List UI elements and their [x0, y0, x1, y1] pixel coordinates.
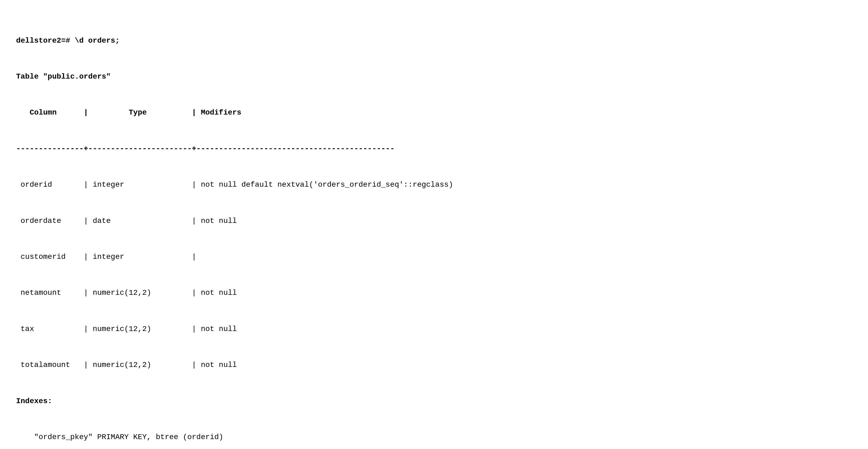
index-orders-pkey: "orders_pkey" PRIMARY KEY, btree (orderi… — [16, 431, 852, 443]
separator-line: ---------------+-----------------------+… — [16, 143, 852, 155]
row-netamount: netamount | numeric(12,2) | not null — [16, 287, 852, 299]
indexes-header: Indexes: — [16, 395, 852, 408]
row-tax: tax | numeric(12,2) | not null — [16, 323, 852, 335]
row-orderdate: orderdate | date | not null — [16, 215, 852, 227]
terminal-output: dellstore2=# \d orders; Table "public.or… — [16, 11, 852, 449]
table-header: Table "public.orders" — [16, 71, 852, 83]
row-orderid: orderid | integer | not null default nex… — [16, 179, 852, 191]
row-customerid: customerid | integer | — [16, 251, 852, 263]
row-totalamount: totalamount | numeric(12,2) | not null — [16, 359, 852, 371]
prompt-line: dellstore2=# \d orders; — [16, 35, 852, 47]
column-header: Column | Type | Modifiers — [16, 107, 852, 119]
